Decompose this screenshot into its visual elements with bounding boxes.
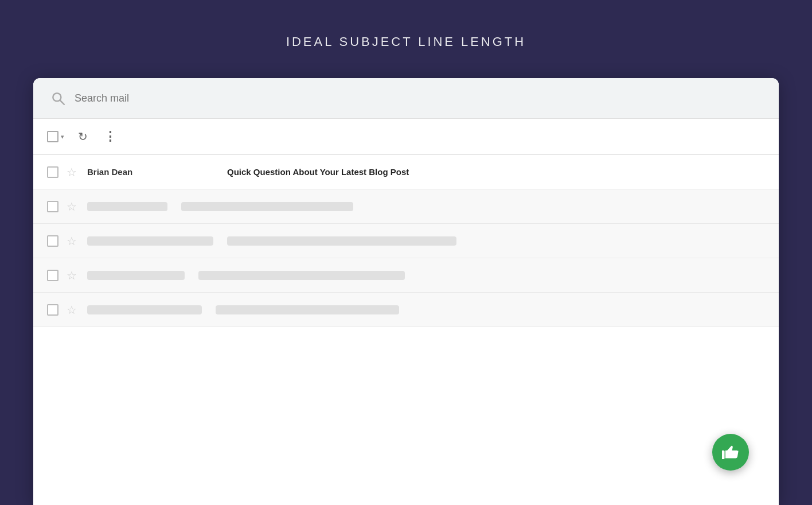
star-icon[interactable]: ☆ xyxy=(67,200,77,213)
row-checkbox[interactable] xyxy=(47,235,58,247)
table-row[interactable]: ☆ xyxy=(33,258,779,293)
star-icon[interactable]: ☆ xyxy=(67,269,77,282)
placeholder-sender xyxy=(87,202,167,211)
placeholder-subject xyxy=(216,305,399,314)
placeholder-subject xyxy=(227,236,456,246)
svg-line-1 xyxy=(60,100,64,104)
table-row[interactable]: ☆ xyxy=(33,293,779,327)
mail-container: ▾ ↻ ⋮ ☆ Brian Dean Quick Question About … xyxy=(33,78,779,505)
search-icon xyxy=(50,91,65,106)
select-all-checkbox[interactable] xyxy=(47,131,58,142)
header-section: IDEAL SUBJECT LINE LENGTH xyxy=(0,0,812,78)
refresh-icon: ↻ xyxy=(78,130,88,143)
table-row[interactable]: ☆ Brian Dean Quick Question About Your L… xyxy=(33,155,779,189)
placeholder-sender xyxy=(87,236,213,246)
email-list: ☆ Brian Dean Quick Question About Your L… xyxy=(33,155,779,327)
placeholder-sender xyxy=(87,271,185,280)
row-checkbox[interactable] xyxy=(47,304,58,316)
more-options-button[interactable]: ⋮ xyxy=(102,127,119,146)
placeholder-sender xyxy=(87,305,202,314)
refresh-button[interactable]: ↻ xyxy=(76,127,90,146)
email-sender: Brian Dean xyxy=(87,167,213,177)
email-subject: Quick Question About Your Latest Blog Po… xyxy=(227,167,765,177)
table-row[interactable]: ☆ xyxy=(33,224,779,258)
chevron-down-icon[interactable]: ▾ xyxy=(61,133,64,141)
row-checkbox[interactable] xyxy=(47,166,58,178)
thumbs-up-icon xyxy=(720,442,741,463)
toolbar: ▾ ↻ ⋮ xyxy=(33,119,779,155)
select-all-group[interactable]: ▾ xyxy=(47,131,64,142)
star-icon[interactable]: ☆ xyxy=(67,165,77,179)
star-icon[interactable]: ☆ xyxy=(67,234,77,248)
row-checkbox[interactable] xyxy=(47,270,58,281)
table-row[interactable]: ☆ xyxy=(33,189,779,224)
placeholder-subject xyxy=(198,271,405,280)
page-title: IDEAL SUBJECT LINE LENGTH xyxy=(286,34,526,49)
star-icon[interactable]: ☆ xyxy=(67,303,77,317)
more-icon: ⋮ xyxy=(104,129,117,144)
thumbs-up-fab[interactable] xyxy=(712,434,749,471)
search-bar xyxy=(33,78,779,119)
search-input[interactable] xyxy=(75,92,762,104)
row-checkbox[interactable] xyxy=(47,201,58,212)
placeholder-subject xyxy=(181,202,353,211)
